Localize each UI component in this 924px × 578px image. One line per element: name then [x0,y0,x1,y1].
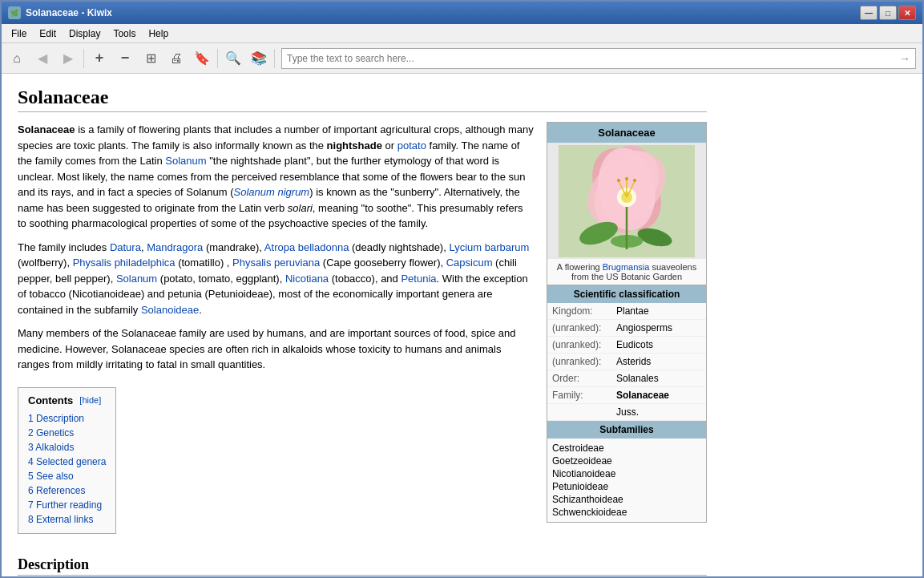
order-label: Order: [552,373,616,384]
application-window: 🌿 Solanaceae - Kiwix — □ ✕ File Edit Dis… [0,0,924,578]
toc-link-2[interactable]: 2 Genetics [28,427,74,439]
infobox-image [547,143,706,259]
capsicum-link[interactable]: Capsicum [446,257,493,269]
infobox-author: Juss. [547,404,706,421]
menu-help[interactable]: Help [142,26,175,41]
potato-link[interactable]: potato [397,139,426,152]
nicotiana-link[interactable]: Nicotiana [285,273,329,285]
bookmark-button[interactable]: 🔖 [190,46,214,71]
window-title: Solanaceae - Kiwix [26,7,112,18]
lycium-link[interactable]: Lycium barbarum [449,241,529,253]
search-go-icon[interactable]: → [899,52,910,65]
toc-item-6: 6 References [28,483,106,498]
infobox-container: Solanaceae [547,122,707,523]
scientific-classification-title: Scientific classification [547,285,706,303]
toc-link-5[interactable]: 5 See also [28,471,74,482]
fullscreen-button[interactable]: ⊞ [139,46,163,71]
separator-1 [83,49,84,68]
contents-box: Contents [hide] 1 Description 2 Genetics… [18,387,116,534]
app-icon: 🌿 [8,6,21,19]
infobox-family: Family: Solanaceae [547,387,706,404]
search-input[interactable] [287,53,899,64]
unranked2-value: Eudicots [616,339,701,350]
solanaceae-bold: Solanaceae [18,123,75,135]
kingdom-label: Kingdom: [552,305,616,317]
menu-file[interactable]: File [5,26,33,41]
solanoideae-link[interactable]: Solanoideae [141,304,199,316]
toc-item-1: 1 Description [28,411,106,426]
contents-header: Contents [hide] [28,394,106,406]
window-controls: — □ ✕ [860,6,916,20]
main-scroll[interactable]: Solanaceae Solanaceae [2,74,922,576]
order-value: Solanales [616,373,701,384]
minimize-button[interactable]: — [860,6,878,20]
unranked2-label: (unranked): [552,339,616,350]
physalis-peru-link[interactable]: Physalis peruviana [232,257,320,269]
find-button[interactable]: 🔍 [221,46,245,71]
menu-tools[interactable]: Tools [107,26,142,41]
svg-point-11 [617,179,620,182]
solanum-link2[interactable]: Solanum [116,273,157,285]
nightshade-bold: nightshade [327,139,382,152]
unranked1-value: Angiosperms [616,322,701,333]
menu-bar: File Edit Display Tools Help [2,24,922,43]
zoom-in-button[interactable]: + [87,46,111,71]
infobox-title: Solanaceae [547,123,706,143]
library-button[interactable]: 📚 [247,46,271,71]
family-label: Family: [552,390,616,401]
infobox-caption: A flowering Brugmansia suaveolens from t… [547,259,706,285]
author-label [552,406,616,418]
petunia-link[interactable]: Petunia [401,273,436,285]
subfamilies-title: Subfamilies [547,421,706,439]
mandragora-link[interactable]: Mandragora [147,241,203,253]
home-button[interactable]: ⌂ [5,46,29,71]
close-button[interactable]: ✕ [898,6,916,20]
toc-link-6[interactable]: 6 References [28,485,85,496]
toc-link-1[interactable]: 1 Description [28,413,84,424]
print-button[interactable]: 🖨 [164,46,188,71]
back-button[interactable]: ◀ [30,46,54,71]
forward-button[interactable]: ▶ [56,46,80,71]
kingdom-value: Plantae [616,305,701,317]
physalis-phila-link[interactable]: Physalis philadelphica [73,257,176,269]
author-value: Juss. [616,406,701,418]
family-value: Solanaceae [616,390,701,401]
toc-link-3[interactable]: 3 Alkaloids [28,442,74,453]
zoom-out-button[interactable]: − [113,46,137,71]
datura-link[interactable]: Datura [110,241,141,253]
solanum-nigrum-italic: Solanum nigrum [234,186,310,198]
toc-link-4[interactable]: 4 Selected genera [28,456,106,467]
subfamily-1: Cestroideae [552,442,701,455]
solanum-nigrum-link[interactable]: Solanum nigrum [234,186,310,198]
contents-list: 1 Description 2 Genetics 3 Alkaloids 4 S… [28,411,106,527]
toc-link-8[interactable]: 8 External links [28,514,93,525]
title-bar-left: 🌿 Solanaceae - Kiwix [8,6,112,19]
subfamily-5: Schizanthoideae [552,493,701,506]
content-area: Solanaceae Solanaceae [2,74,922,576]
toc-item-3: 3 Alkaloids [28,440,106,455]
brugmansia-link[interactable]: Brugmansia [603,262,650,272]
menu-display[interactable]: Display [63,26,107,41]
atropa-link[interactable]: Atropa belladonna [264,241,349,253]
infobox-kingdom: Kingdom: Plantae [547,303,706,320]
flower-illustration [559,145,695,257]
infobox-unranked-2: (unranked): Eudicots [547,337,706,354]
unranked3-value: Asterids [616,356,701,367]
svg-point-12 [625,177,628,180]
svg-point-13 [633,179,636,182]
toc-item-4: 4 Selected genera [28,455,106,469]
unranked3-label: (unranked): [552,356,616,367]
infobox: Solanaceae [547,122,707,523]
toc-item-5: 5 See also [28,469,106,483]
menu-edit[interactable]: Edit [33,26,63,41]
toc-item-7: 7 Further reading [28,498,106,512]
solanum-link[interactable]: Solanum [165,155,206,167]
infobox-order: Order: Solanales [547,370,706,387]
page-title: Solanaceae [18,87,707,112]
maximize-button[interactable]: □ [879,6,897,20]
toc-link-7[interactable]: 7 Further reading [28,499,102,511]
subfamily-4: Petunioideae [552,480,701,493]
toc-item-2: 2 Genetics [28,426,106,440]
contents-hide-link[interactable]: [hide] [79,395,101,405]
separator-2 [217,49,218,68]
